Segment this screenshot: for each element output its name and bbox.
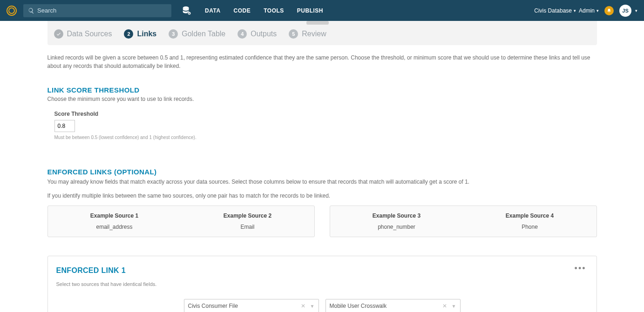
enforced-link-panel: ENFORCED LINK 1 ••• Select two sources t…: [47, 256, 597, 312]
step-number: 3: [169, 29, 178, 39]
nav-publish[interactable]: PUBLISH: [291, 7, 330, 14]
step-outputs[interactable]: 4 Outputs: [237, 29, 277, 39]
avatar-initials: JS: [622, 8, 628, 13]
example-value: Email: [181, 224, 314, 230]
search-icon: [28, 7, 34, 14]
score-threshold-label: Score Threshold: [54, 111, 597, 117]
step-label: Golden Table: [182, 30, 225, 38]
database-name: Civis Database: [534, 7, 572, 14]
score-threshold-input[interactable]: [54, 120, 75, 132]
threshold-section-title: LINK SCORE THRESHOLD: [47, 86, 597, 94]
chevron-down-icon[interactable]: ▾: [635, 8, 637, 13]
example-box-left: Example Source 1 email_address Example S…: [47, 206, 315, 237]
user-avatar[interactable]: JS: [619, 5, 631, 17]
step-label: Links: [137, 30, 156, 38]
svg-point-0: [183, 6, 189, 9]
clear-icon[interactable]: ✕: [301, 303, 305, 309]
example-value: email_address: [48, 224, 181, 230]
example-header: Example Source 2: [181, 212, 314, 219]
example-header: Example Source 1: [48, 212, 181, 219]
nav-data[interactable]: DATA: [198, 7, 227, 14]
chevron-down-icon: ▼: [452, 304, 456, 309]
step-label: Review: [302, 30, 326, 38]
primary-nav: DATA CODE TOOLS PUBLISH: [198, 7, 330, 14]
chevron-down-icon: ▾: [597, 8, 599, 13]
step-data-sources[interactable]: Data Sources: [54, 29, 112, 39]
top-nav: DATA CODE TOOLS PUBLISH Civis Database ▾…: [0, 0, 644, 21]
step-label: Outputs: [251, 30, 277, 38]
step-links[interactable]: 2 Links: [124, 29, 156, 39]
source-a-select[interactable]: Civis Consumer File ✕ ▼: [184, 299, 319, 312]
enforced-para-1: You may already know fields that match e…: [47, 178, 597, 186]
select-value: Civis Consumer File: [188, 303, 301, 309]
brand-logo-icon[interactable]: [7, 6, 17, 16]
search-input[interactable]: [37, 4, 171, 17]
examples-row: Example Source 1 email_address Example S…: [47, 206, 597, 237]
example-header: Example Source 3: [330, 212, 463, 219]
select-value: Mobile User Crosswalk: [330, 303, 442, 309]
progress-indicator: [306, 21, 329, 25]
step-number: 4: [237, 29, 247, 39]
example-value: phone_number: [330, 224, 463, 230]
global-search[interactable]: [23, 4, 171, 17]
notifications-button[interactable]: [604, 6, 614, 15]
clear-icon[interactable]: ✕: [442, 303, 447, 309]
example-value: Phone: [463, 224, 597, 230]
intro-text: Linked records will be given a score bet…: [47, 53, 597, 70]
example-box-right: Example Source 3 phone_number Example So…: [330, 206, 597, 237]
example-header: Example Source 4: [463, 212, 597, 219]
step-review[interactable]: 5 Review: [289, 29, 326, 39]
step-golden-table[interactable]: 3 Golden Table: [169, 29, 225, 39]
topbar-right: Civis Database ▾ Admin ▾ JS ▾: [534, 5, 637, 17]
nav-code[interactable]: CODE: [227, 7, 258, 14]
enforced-link-title: ENFORCED LINK 1: [56, 266, 588, 275]
enforced-link-sub: Select two sources that have identical f…: [56, 281, 588, 287]
enforced-section-title: ENFORCED LINKS (OPTIONAL): [47, 168, 597, 176]
step-number: 5: [289, 29, 298, 39]
source-b-select[interactable]: Mobile User Crosswalk ✕ ▼: [325, 299, 461, 312]
step-label: Data Sources: [67, 30, 112, 38]
database-icon[interactable]: [181, 5, 193, 17]
score-threshold-help: Must be between 0.5 (lowest confidence) …: [54, 135, 597, 140]
admin-menu[interactable]: Admin ▾: [579, 7, 599, 14]
enforced-para-2: If you identify multiple links between t…: [47, 192, 597, 200]
nav-tools[interactable]: TOOLS: [257, 7, 291, 14]
wizard-stepper: Data Sources 2 Links 3 Golden Table 4 Ou…: [47, 21, 597, 45]
check-icon: [54, 29, 63, 39]
threshold-section-sub: Choose the minimum score you want to use…: [47, 96, 597, 102]
database-switcher[interactable]: Civis Database ▾: [534, 7, 576, 14]
chevron-down-icon: ▾: [574, 8, 576, 13]
admin-label: Admin: [579, 7, 595, 14]
bell-icon: [607, 8, 611, 13]
step-number: 2: [124, 29, 133, 39]
chevron-down-icon: ▼: [310, 304, 315, 309]
